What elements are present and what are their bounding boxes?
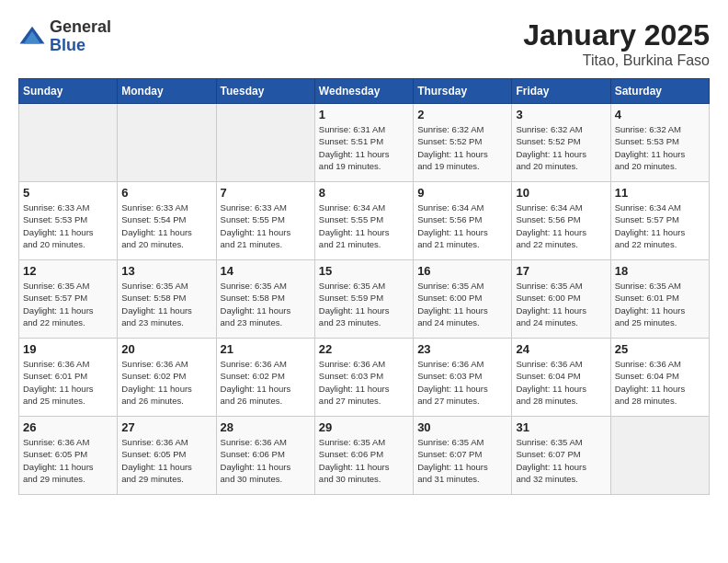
day-info: Sunrise: 6:35 AMSunset: 5:57 PMDaylight:… [23,280,113,328]
day-info: Sunrise: 6:36 AMSunset: 6:01 PMDaylight:… [23,358,113,407]
day-info: Sunrise: 6:36 AMSunset: 6:05 PMDaylight:… [121,436,211,485]
day-number: 20 [121,342,211,356]
day-number: 22 [319,342,409,356]
weekday-header-wednesday: Wednesday [314,79,413,104]
calendar-cell: 13Sunrise: 6:35 AMSunset: 5:58 PMDayligh… [118,260,216,339]
calendar-cell: 29Sunrise: 6:35 AMSunset: 6:06 PMDayligh… [314,417,413,495]
day-number: 7 [221,186,311,200]
day-info: Sunrise: 6:32 AMSunset: 5:52 PMDaylight:… [417,123,507,172]
page-header: General Blue January 2025 Titao, Burkina… [18,18,710,69]
day-number: 18 [615,264,705,278]
day-number: 10 [516,186,606,200]
calendar-cell: 23Sunrise: 6:36 AMSunset: 6:03 PMDayligh… [414,339,512,417]
calendar-cell: 14Sunrise: 6:35 AMSunset: 5:58 PMDayligh… [216,260,314,339]
day-info: Sunrise: 6:34 AMSunset: 5:56 PMDaylight:… [516,201,606,250]
calendar-cell: 25Sunrise: 6:36 AMSunset: 6:04 PMDayligh… [610,339,709,417]
calendar-cell: 11Sunrise: 6:34 AMSunset: 5:57 PMDayligh… [610,182,709,260]
weekday-header-sunday: Sunday [19,79,118,104]
calendar-cell: 19Sunrise: 6:36 AMSunset: 6:01 PMDayligh… [19,339,118,417]
calendar-cell: 7Sunrise: 6:33 AMSunset: 5:55 PMDaylight… [216,182,314,260]
day-info: Sunrise: 6:32 AMSunset: 5:52 PMDaylight:… [516,123,606,172]
calendar-week-row: 5Sunrise: 6:33 AMSunset: 5:53 PMDaylight… [19,182,710,260]
logo-icon [18,23,46,51]
title-block: January 2025 Titao, Burkina Faso [523,18,710,69]
day-number: 2 [417,108,507,121]
day-info: Sunrise: 6:33 AMSunset: 5:54 PMDaylight:… [121,201,211,250]
calendar-cell: 28Sunrise: 6:36 AMSunset: 6:06 PMDayligh… [216,417,314,495]
day-number: 29 [319,420,409,434]
logo-blue-text: Blue [50,37,111,55]
day-number: 1 [319,108,409,121]
calendar-cell: 10Sunrise: 6:34 AMSunset: 5:56 PMDayligh… [512,182,610,260]
day-info: Sunrise: 6:33 AMSunset: 5:53 PMDaylight:… [23,201,113,250]
calendar-week-row: 19Sunrise: 6:36 AMSunset: 6:01 PMDayligh… [19,339,710,417]
weekday-header-friday: Friday [512,79,610,104]
day-info: Sunrise: 6:34 AMSunset: 5:56 PMDaylight:… [417,201,507,250]
calendar-cell: 24Sunrise: 6:36 AMSunset: 6:04 PMDayligh… [512,339,610,417]
day-number: 8 [319,186,409,200]
calendar-week-row: 26Sunrise: 6:36 AMSunset: 6:05 PMDayligh… [19,417,710,495]
calendar-cell: 20Sunrise: 6:36 AMSunset: 6:02 PMDayligh… [118,339,216,417]
day-info: Sunrise: 6:36 AMSunset: 6:06 PMDaylight:… [221,436,311,485]
calendar-cell: 9Sunrise: 6:34 AMSunset: 5:56 PMDaylight… [414,182,512,260]
day-info: Sunrise: 6:32 AMSunset: 5:53 PMDaylight:… [615,123,705,172]
calendar-cell: 22Sunrise: 6:36 AMSunset: 6:03 PMDayligh… [314,339,413,417]
calendar-week-row: 12Sunrise: 6:35 AMSunset: 5:57 PMDayligh… [19,260,710,339]
day-info: Sunrise: 6:36 AMSunset: 6:04 PMDaylight:… [516,358,606,407]
day-number: 28 [221,420,311,434]
day-info: Sunrise: 6:34 AMSunset: 5:55 PMDaylight:… [319,201,409,250]
calendar-cell: 8Sunrise: 6:34 AMSunset: 5:55 PMDaylight… [314,182,413,260]
day-number: 24 [516,342,606,356]
day-info: Sunrise: 6:35 AMSunset: 6:00 PMDaylight:… [516,280,606,328]
calendar-cell: 26Sunrise: 6:36 AMSunset: 6:05 PMDayligh… [19,417,118,495]
day-info: Sunrise: 6:35 AMSunset: 6:06 PMDaylight:… [319,436,409,485]
day-info: Sunrise: 6:35 AMSunset: 6:07 PMDaylight:… [417,436,507,485]
day-info: Sunrise: 6:34 AMSunset: 5:57 PMDaylight:… [615,201,705,250]
logo-text: General Blue [50,18,111,55]
day-number: 4 [615,108,705,121]
calendar-cell [118,104,216,182]
month-title: January 2025 [523,18,710,52]
day-number: 11 [615,186,705,200]
calendar-cell: 18Sunrise: 6:35 AMSunset: 6:01 PMDayligh… [610,260,709,339]
calendar-cell: 2Sunrise: 6:32 AMSunset: 5:52 PMDaylight… [414,104,512,182]
weekday-header-thursday: Thursday [414,79,512,104]
day-number: 23 [417,342,507,356]
logo-general-text: General [50,18,111,37]
day-info: Sunrise: 6:36 AMSunset: 6:05 PMDaylight:… [23,436,113,485]
day-number: 25 [615,342,705,356]
day-number: 6 [121,186,211,200]
day-number: 27 [121,420,211,434]
day-number: 13 [121,264,211,278]
location-title: Titao, Burkina Faso [523,52,710,69]
calendar-cell: 4Sunrise: 6:32 AMSunset: 5:53 PMDaylight… [610,104,709,182]
day-number: 16 [417,264,507,278]
weekday-header-saturday: Saturday [610,79,709,104]
calendar-cell: 1Sunrise: 6:31 AMSunset: 5:51 PMDaylight… [314,104,413,182]
calendar-cell: 30Sunrise: 6:35 AMSunset: 6:07 PMDayligh… [414,417,512,495]
calendar-cell: 15Sunrise: 6:35 AMSunset: 5:59 PMDayligh… [314,260,413,339]
calendar-cell: 3Sunrise: 6:32 AMSunset: 5:52 PMDaylight… [512,104,610,182]
day-number: 5 [23,186,113,200]
calendar-cell: 16Sunrise: 6:35 AMSunset: 6:00 PMDayligh… [414,260,512,339]
day-info: Sunrise: 6:35 AMSunset: 6:01 PMDaylight:… [615,280,705,328]
day-number: 17 [516,264,606,278]
day-info: Sunrise: 6:35 AMSunset: 5:59 PMDaylight:… [319,280,409,328]
weekday-header-row: SundayMondayTuesdayWednesdayThursdayFrid… [19,79,710,104]
calendar-cell: 12Sunrise: 6:35 AMSunset: 5:57 PMDayligh… [19,260,118,339]
weekday-header-monday: Monday [118,79,216,104]
day-info: Sunrise: 6:35 AMSunset: 6:00 PMDaylight:… [417,280,507,328]
day-info: Sunrise: 6:33 AMSunset: 5:55 PMDaylight:… [221,201,311,250]
calendar-cell [216,104,314,182]
calendar-table: SundayMondayTuesdayWednesdayThursdayFrid… [18,78,710,495]
day-info: Sunrise: 6:31 AMSunset: 5:51 PMDaylight:… [319,123,409,172]
day-number: 21 [221,342,311,356]
day-info: Sunrise: 6:35 AMSunset: 6:07 PMDaylight:… [516,436,606,485]
calendar-cell: 5Sunrise: 6:33 AMSunset: 5:53 PMDaylight… [19,182,118,260]
day-number: 26 [23,420,113,434]
day-number: 9 [417,186,507,200]
day-number: 14 [221,264,311,278]
calendar-cell: 6Sunrise: 6:33 AMSunset: 5:54 PMDaylight… [118,182,216,260]
calendar-cell [19,104,118,182]
calendar-cell: 21Sunrise: 6:36 AMSunset: 6:02 PMDayligh… [216,339,314,417]
